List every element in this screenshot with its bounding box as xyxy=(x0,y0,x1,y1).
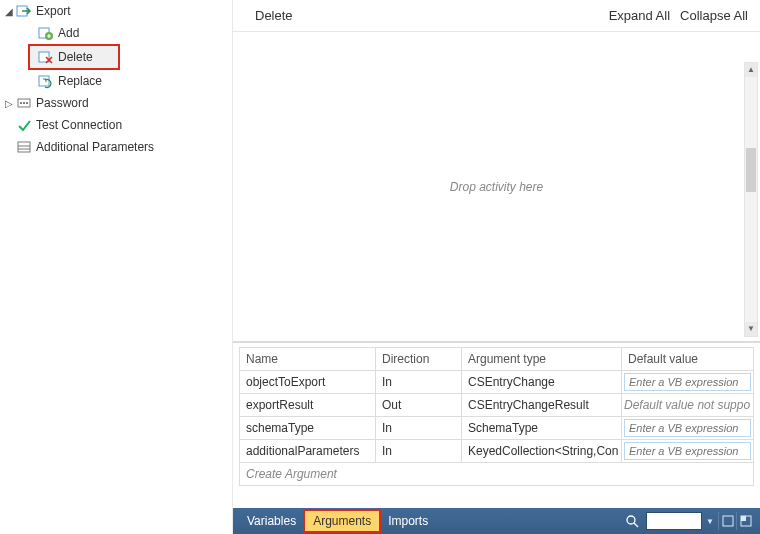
tab-imports[interactable]: Imports xyxy=(380,511,436,531)
svg-rect-14 xyxy=(723,516,733,526)
tree-label: Delete xyxy=(58,50,93,64)
tree-item-test-connection[interactable]: Test Connection xyxy=(0,114,232,136)
tree-label: Export xyxy=(36,4,71,18)
svg-rect-16 xyxy=(741,516,746,521)
vertical-scrollbar[interactable]: ▲ ▼ xyxy=(744,62,758,337)
arg-name[interactable]: schemaType xyxy=(240,417,376,440)
arg-default[interactable] xyxy=(622,440,754,463)
tree-item-password[interactable]: ▷ Password xyxy=(0,92,232,114)
breadcrumb-title[interactable]: Delete xyxy=(255,8,293,23)
tree-panel: ◢ Export Add Delete Replace ▷ Password xyxy=(0,0,232,534)
tree-label: Password xyxy=(36,96,89,110)
delete-highlight-box: Delete xyxy=(28,44,120,70)
arguments-table: Name Direction Argument type Default val… xyxy=(239,347,754,486)
col-default[interactable]: Default value xyxy=(622,348,754,371)
arg-name[interactable]: exportResult xyxy=(240,394,376,417)
bottom-bar: Variables Arguments Imports ▼ xyxy=(233,508,760,534)
tree-label: Replace xyxy=(58,74,102,88)
tree-item-replace[interactable]: Replace xyxy=(0,70,232,92)
arg-type[interactable]: CSEntryChangeResult xyxy=(462,394,622,417)
search-icon[interactable] xyxy=(624,513,640,529)
scroll-down-icon[interactable]: ▼ xyxy=(745,322,757,336)
arguments-panel: Name Direction Argument type Default val… xyxy=(233,342,760,490)
arg-type[interactable]: CSEntryChange xyxy=(462,371,622,394)
tab-arguments[interactable]: Arguments xyxy=(304,510,380,532)
check-icon xyxy=(16,117,32,133)
parameters-icon xyxy=(16,139,32,155)
table-row[interactable]: objectToExportInCSEntryChange xyxy=(240,371,754,394)
svg-point-6 xyxy=(20,102,22,104)
arg-direction[interactable]: Out xyxy=(376,394,462,417)
tree-label: Additional Parameters xyxy=(36,140,154,154)
tree-label: Test Connection xyxy=(36,118,122,132)
right-panel: Delete Expand All Collapse All Drop acti… xyxy=(232,0,760,534)
expand-arrow-icon[interactable]: ◢ xyxy=(2,6,16,17)
tree-item-additional-parameters[interactable]: Additional Parameters xyxy=(0,136,232,158)
tree-label: Add xyxy=(58,26,79,40)
designer-toolbar: Delete Expand All Collapse All xyxy=(233,0,760,32)
zoom-input[interactable] xyxy=(646,512,702,530)
svg-point-7 xyxy=(23,102,25,104)
svg-point-12 xyxy=(627,516,635,524)
overview-icon[interactable] xyxy=(736,512,754,530)
arg-direction[interactable]: In xyxy=(376,440,462,463)
arg-default[interactable] xyxy=(622,371,754,394)
table-row[interactable]: schemaTypeInSchemaType xyxy=(240,417,754,440)
tab-variables[interactable]: Variables xyxy=(239,511,304,531)
arg-type[interactable]: SchemaType xyxy=(462,417,622,440)
drop-hint: Drop activity here xyxy=(450,180,543,194)
expand-all-button[interactable]: Expand All xyxy=(609,8,670,23)
add-icon xyxy=(38,25,54,41)
default-value-input[interactable] xyxy=(624,373,751,391)
default-value-static: Default value not suppo xyxy=(624,398,751,412)
arg-default[interactable]: Default value not suppo xyxy=(622,394,754,417)
password-icon xyxy=(16,95,32,111)
delete-icon xyxy=(38,49,54,65)
tree-item-add[interactable]: Add xyxy=(0,22,232,44)
svg-line-13 xyxy=(634,523,638,527)
arg-name[interactable]: objectToExport xyxy=(240,371,376,394)
collapse-arrow-icon[interactable]: ▷ xyxy=(2,98,16,109)
designer-surface[interactable]: Drop activity here ▲ ▼ xyxy=(233,32,760,342)
table-header-row: Name Direction Argument type Default val… xyxy=(240,348,754,371)
scroll-thumb[interactable] xyxy=(746,148,756,192)
arg-default[interactable] xyxy=(622,417,754,440)
svg-rect-4 xyxy=(39,76,49,86)
arg-direction[interactable]: In xyxy=(376,417,462,440)
col-name[interactable]: Name xyxy=(240,348,376,371)
svg-rect-9 xyxy=(18,142,30,152)
fit-to-screen-icon[interactable] xyxy=(718,512,736,530)
create-argument-row[interactable]: Create Argument xyxy=(240,463,754,486)
export-icon xyxy=(16,3,32,19)
col-direction[interactable]: Direction xyxy=(376,348,462,371)
scroll-up-icon[interactable]: ▲ xyxy=(745,63,757,77)
svg-point-8 xyxy=(26,102,28,104)
default-value-input[interactable] xyxy=(624,419,751,437)
arg-direction[interactable]: In xyxy=(376,371,462,394)
replace-icon xyxy=(38,73,54,89)
table-row[interactable]: exportResultOutCSEntryChangeResultDefaul… xyxy=(240,394,754,417)
collapse-all-button[interactable]: Collapse All xyxy=(680,8,748,23)
col-type[interactable]: Argument type xyxy=(462,348,622,371)
create-argument-label: Create Argument xyxy=(240,463,754,486)
tree-item-export[interactable]: ◢ Export xyxy=(0,0,232,22)
tree-item-delete[interactable]: Delete xyxy=(30,46,118,68)
arg-type[interactable]: KeyedCollection<String,Con xyxy=(462,440,622,463)
default-value-input[interactable] xyxy=(624,442,751,460)
table-row[interactable]: additionalParametersInKeyedCollection<St… xyxy=(240,440,754,463)
dropdown-arrow-icon[interactable]: ▼ xyxy=(706,517,714,526)
arg-name[interactable]: additionalParameters xyxy=(240,440,376,463)
